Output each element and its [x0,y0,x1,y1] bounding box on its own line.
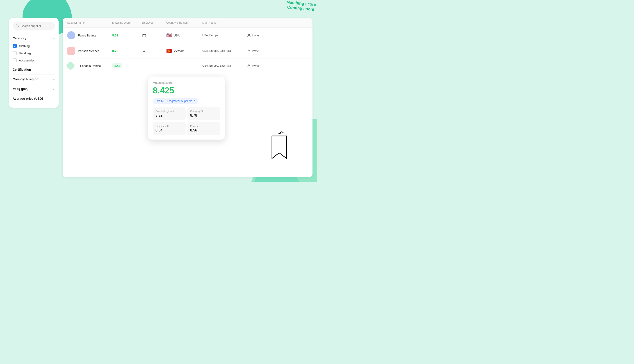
tooltip-card-price-fit: Price fit 8.56 [187,122,220,135]
col-country-region: Country & Region [166,21,202,24]
tooltip-country-fit-label: Country/region fit [155,110,183,112]
country-region-chevron-icon: ⌄ [53,78,55,81]
certification-filter-header[interactable]: Certification ⌄ [13,66,55,74]
invite-label-fondola: Invite [252,64,259,68]
tooltip-price-fit-label: Price fit [190,125,218,128]
handbag-label: Handbag [19,52,31,55]
tooltip-grid: Country/region fit 8.32 Category fit 8.7… [153,107,220,135]
supplier-cell-portsan: Portsan Menber [67,47,112,55]
search-icon [16,24,19,28]
invite-label-fence-beauty: Invite [252,34,259,37]
tooltip-category-fit-label: Category fit [190,110,218,112]
matching-score-badge: Matching score Coming soon! [286,0,316,12]
col-employee: Employee [142,21,166,24]
search-box[interactable] [13,22,55,30]
score-portsan: 8.72 [112,49,142,53]
certification-filter-title: Certification [13,68,31,71]
handbag-checkbox-item[interactable]: Handbag [13,50,55,57]
certification-filter-section: Certification ⌄ [13,66,55,74]
main-container: Category ⌄ Clothing Handbag Accessories … [9,18,312,178]
col-action [247,21,265,24]
flag-portsan: 🇻🇳 [166,48,172,54]
category-filter-title: Category [13,36,26,40]
tooltip-projection-fit-label: Projection fit [155,125,183,128]
sidebar: Category ⌄ Clothing Handbag Accessories … [9,18,59,108]
filter-divider-4 [13,94,55,94]
country-region-filter-title: Country & region [13,78,38,81]
filter-divider-1 [13,65,55,65]
country-name-fence-beauty: USA [174,34,180,37]
search-input[interactable] [21,24,52,28]
moq-filter-header[interactable]: MOQ (pcs) ⌄ [13,85,55,93]
accessories-checkbox[interactable] [13,58,17,62]
tooltip-country-fit-value: 8.32 [155,114,183,118]
filter-divider-3 [13,84,55,84]
supplier-cell-fondola: Fondola Ranies [67,62,112,69]
handbag-checkbox[interactable] [13,51,17,55]
svg-point-2 [248,34,250,36]
category-filter-section: Category ⌄ Clothing Handbag Accessories [13,34,55,64]
table-panel: Supplier name Matching score Employee Co… [63,18,312,178]
employee-fence-beauty: 172 [142,34,166,37]
tooltip-card-projection-fit: Projection fit 8.04 [153,122,186,135]
tooltip-card-country-fit: Country/region fit 8.32 [153,107,186,120]
table-header: Supplier name Matching score Employee Co… [63,18,312,28]
market-portsan: USA, Europe, East Asia [202,49,247,52]
tooltip-link-label: Low MOQ Yogawear Suppliers [155,100,192,103]
avg-price-filter-title: Average price (USD) [13,97,43,100]
country-fence-beauty: 🇺🇸 USA [166,33,202,38]
tooltip-price-fit-value: 8.56 [190,128,218,132]
table-row: Portsan Menber 8.72 248 🇻🇳 Vietnam USA, … [63,43,312,59]
filter-divider-2 [13,74,55,75]
score-fence-beauty: 9.32 [112,34,142,37]
tooltip-score: 8.425 [153,86,220,96]
matching-score-tooltip: Matching score 8.425 Low MOQ Yogawear Su… [148,76,225,140]
certification-chevron-icon: ⌄ [53,68,55,71]
col-supplier-name: Supplier name [67,21,112,24]
tooltip-title: Matching score [153,81,220,84]
flag-fence-beauty: 🇺🇸 [166,33,172,38]
country-portsan: 🇻🇳 Vietnam [166,48,202,54]
moq-chevron-icon: ⌄ [53,87,55,90]
country-region-filter-header[interactable]: Country & region ⌄ [13,75,55,83]
col-matching-score: Matching score [112,21,142,24]
invite-icon-portsan [247,49,250,52]
accessories-label: Accessories [19,59,35,62]
accessories-checkbox-item[interactable]: Accessories [13,57,55,64]
market-fence-beauty: USA, Europe [202,34,247,37]
col-main-market: Main market [202,21,247,24]
tooltip-category-fit-value: 8.78 [190,114,218,118]
country-name-portsan: Vietnam [174,49,184,53]
svg-point-5 [248,50,250,51]
clothing-checkbox[interactable] [13,44,17,48]
employee-portsan: 248 [142,49,166,53]
supplier-name-fondola: Fondola Ranies [80,64,101,68]
tooltip-link-icon: ↗ [193,100,196,103]
avg-price-filter-header[interactable]: Average price (USD) ⌄ [13,94,55,103]
avg-price-chevron-icon: ⌄ [53,97,55,100]
invite-fence-beauty[interactable]: Invite [247,34,265,37]
avatar-portsan [67,47,75,55]
category-filter-header[interactable]: Category ⌄ [13,34,55,42]
score-fondola: 8.48 [112,63,142,68]
category-chevron-icon: ⌄ [53,37,55,40]
svg-line-1 [18,26,19,27]
avatar-fondola [66,61,75,70]
invite-icon-fondola [247,64,250,67]
tooltip-card-category-fit: Category fit 8.78 [187,107,220,120]
tooltip-link[interactable]: Low MOQ Yogawear Suppliers ↗ [153,98,198,104]
supplier-name-portsan: Portsan Menber [78,49,99,53]
invite-portsan[interactable]: Invite [247,49,265,53]
tooltip-projection-fit-value: 8.04 [155,128,183,132]
country-region-filter-section: Country & region ⌄ [13,75,55,83]
invite-fondola[interactable]: Invite [247,64,265,68]
moq-filter-section: MOQ (pcs) ⌄ [13,85,55,93]
clothing-checkbox-item[interactable]: Clothing [13,42,55,50]
clothing-label: Clothing [19,44,30,48]
table-row: Fence Beauty 9.32 172 🇺🇸 USA USA, Europe… [63,28,312,43]
table-row: Fondola Ranies 8.48 USA, Europe, East As… [63,59,312,73]
moq-filter-title: MOQ (pcs) [13,87,29,91]
invite-icon-fence-beauty [247,34,250,37]
svg-point-8 [248,64,250,66]
bookmark-drawing [265,132,292,164]
